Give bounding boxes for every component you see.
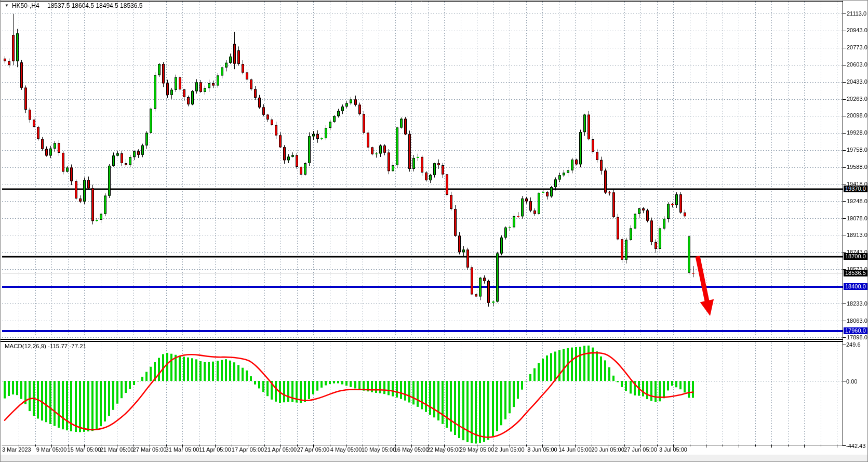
chart-title: ▼HK50-,H4 18537.5 18604.5 18494.5 18536.… <box>5 2 142 9</box>
price-axis-tick: 19758.0 <box>847 147 867 153</box>
macd-indicator-label: MACD(12,26,9) -115.77 -77.21 <box>5 343 86 349</box>
time-axis-label: 27 Mar 05:00 <box>133 446 167 453</box>
time-axis-label: 3 Mar 2023 <box>2 446 31 453</box>
price-axis-tick: 20098.0 <box>847 113 867 118</box>
macd-axis-max: 249.6 <box>846 341 861 348</box>
time-axis-label: 21 Mar 05:00 <box>100 446 134 453</box>
macd-signal-value: -77.21 <box>69 343 86 349</box>
support-level-label[interactable]: 18700.0 <box>844 253 867 260</box>
chart-ohlc-values: 18537.5 18604.5 18494.5 18536.5 <box>47 2 143 9</box>
price-axis-tick: 19078.0 <box>847 216 867 221</box>
macd-axis-min: -442.43 <box>846 443 865 449</box>
time-axis-label: 27 Apr 05:00 <box>297 446 329 453</box>
time-axis-label: 20 Jun 05:00 <box>591 446 624 453</box>
macd-axis-zero: 0.00 <box>846 378 857 385</box>
current-price-label[interactable]: 18536.5 <box>844 270 867 276</box>
price-axis-tick: 19928.0 <box>847 130 867 136</box>
time-axis-label: 4 May 05:00 <box>330 446 362 453</box>
macd-main-value: -115.77 <box>48 343 68 349</box>
time-axis-label: 29 May 05:00 <box>460 446 495 453</box>
time-axis-label: 31 Mar 05:00 <box>166 446 199 453</box>
time-axis-label: 10 May 05:00 <box>362 446 396 453</box>
collapse-symbol-icon[interactable]: ▼ <box>5 3 9 9</box>
price-axis-tick: 21113.0 <box>847 11 866 17</box>
time-axis-label: 14 Jun 05:00 <box>558 446 592 453</box>
price-chart-canvas[interactable] <box>1 1 868 462</box>
time-axis-label: 11 Apr 05:00 <box>199 446 231 453</box>
blue-level-label[interactable]: 18400.0 <box>844 283 867 290</box>
time-axis-label: 15 Mar 05:00 <box>68 446 101 453</box>
price-axis-tick: 17898.0 <box>847 335 867 340</box>
time-axis-label: 17 Apr 05:00 <box>232 446 264 453</box>
price-axis-tick: 18233.0 <box>847 301 867 307</box>
time-axis-label: 3 Jul 05:00 <box>659 446 687 453</box>
macd-name: MACD(12,26,9) <box>5 343 46 349</box>
price-axis-tick: 18063.0 <box>847 318 867 324</box>
chart-symbol-timeframe: HK50-,H4 <box>12 2 39 9</box>
price-axis-tick: 20263.0 <box>847 96 867 102</box>
time-axis-label: 9 Mar 05:00 <box>36 446 67 453</box>
price-axis-tick: 18913.0 <box>847 232 867 238</box>
time-axis-label: 2 Jun 05:00 <box>495 446 525 453</box>
time-axis-label: 27 Jun 05:00 <box>624 446 657 453</box>
price-axis-tick: 20773.0 <box>847 45 867 50</box>
resistance-level-label[interactable]: 19370.0 <box>844 186 867 192</box>
window-bottom-edge <box>1 455 868 462</box>
chart-window: ▼HK50-,H4 18537.5 18604.5 18494.5 18536.… <box>0 0 868 462</box>
price-axis-tick: 20433.0 <box>847 79 867 85</box>
price-axis-tick: 19248.0 <box>847 199 867 204</box>
time-axis-label: 8 Jun 05:00 <box>527 446 557 453</box>
price-axis-tick: 20943.0 <box>847 28 867 33</box>
blue-level-label[interactable]: 17960.0 <box>844 327 867 334</box>
time-axis-label: 21 Apr 05:00 <box>264 446 297 453</box>
time-axis-label: 22 May 05:00 <box>427 446 462 453</box>
price-axis-tick: 19588.0 <box>847 164 867 170</box>
time-axis-label: 16 May 05:00 <box>394 446 429 453</box>
price-axis-tick: 20603.0 <box>847 62 867 68</box>
